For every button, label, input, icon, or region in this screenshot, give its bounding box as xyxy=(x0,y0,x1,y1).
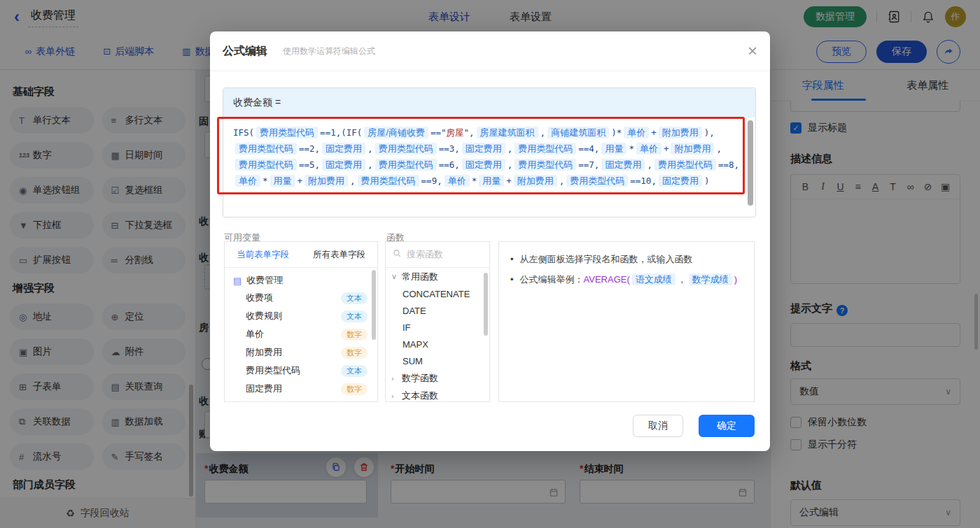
field-token[interactable]: 商铺建筑面积 xyxy=(547,127,609,138)
example-comma: ， xyxy=(678,274,687,285)
field-token[interactable]: 单价 xyxy=(636,143,662,155)
variable-row[interactable]: 费用类型代码文本 xyxy=(225,362,377,380)
variable-type-badge: 数字 xyxy=(341,347,368,359)
close-icon[interactable]: × xyxy=(748,44,757,58)
field-token[interactable]: 固定费用 xyxy=(322,143,365,155)
code-token: ), xyxy=(704,127,715,138)
formula-editor-box[interactable]: 收费金额 = IFS(费用类型代码==1,(IF(房屋/商铺收费=="房屋",房… xyxy=(223,87,756,217)
code-token: , xyxy=(507,143,513,154)
field-token[interactable]: 费用类型代码 xyxy=(566,175,628,187)
field-token[interactable]: 费用类型代码 xyxy=(256,127,318,138)
bullet-icon: • xyxy=(510,252,514,266)
search-placeholder: 搜索函数 xyxy=(407,248,443,261)
variable-row[interactable]: 单价数字 xyxy=(225,325,377,343)
field-token[interactable]: 用量 xyxy=(601,143,626,155)
code-token: + xyxy=(651,127,657,138)
variable-type-badge: 文本 xyxy=(341,292,368,304)
field-token[interactable]: 房屋/商铺收费 xyxy=(364,127,428,138)
function-item[interactable]: CONCATENATE xyxy=(386,285,489,302)
function-item[interactable]: MAPX xyxy=(386,336,489,352)
variable-type-badge: 文本 xyxy=(341,365,368,377)
functions-panel: 搜索函数 ∨常用函数CONCATENATEDATEIFMAPXSUM›数学函数›… xyxy=(385,241,490,402)
field-token[interactable]: 单价 xyxy=(444,175,470,187)
field-token[interactable]: 固定费用 xyxy=(659,175,702,187)
field-token[interactable]: 费用类型代码 xyxy=(514,143,576,155)
field-token[interactable]: 费用类型代码 xyxy=(654,159,716,171)
field-token[interactable]: 附加费用 xyxy=(659,127,702,138)
variables-scrollbar[interactable] xyxy=(372,270,376,340)
modal-subtitle: 使用数学运算符编辑公式 xyxy=(283,45,375,57)
function-group[interactable]: ›文本函数 xyxy=(386,387,489,402)
code-token: ==3, xyxy=(439,143,460,154)
function-group-label: 常用函数 xyxy=(402,271,438,283)
code-token: , xyxy=(647,159,652,170)
code-token: , xyxy=(368,159,373,170)
field-token[interactable]: 附加费用 xyxy=(304,175,348,187)
variable-type-badge: 数字 xyxy=(341,329,368,341)
formula-lines[interactable]: IFS(费用类型代码==1,(IF(房屋/商铺收费=="房屋",房屋建筑面积,商… xyxy=(223,117,755,189)
tab-current-form-fields[interactable]: 当前表单字段 xyxy=(225,242,301,267)
code-token: * xyxy=(262,176,268,186)
field-token[interactable]: 费用类型代码 xyxy=(375,159,437,171)
field-token[interactable]: 附加费用 xyxy=(514,175,557,187)
function-group[interactable]: ∨常用函数 xyxy=(386,268,489,285)
variables-panel: 当前表单字段 所有表单字段 ▤ 收费管理 收费项文本收费规则文本单价数字附加费用… xyxy=(224,241,378,402)
field-token[interactable]: 单价 xyxy=(624,127,649,138)
example-close-paren: ) xyxy=(734,274,737,285)
formula-target: 收费金额 = xyxy=(223,88,755,117)
function-search-input[interactable]: 搜索函数 xyxy=(386,242,489,268)
variable-row[interactable]: 附加费用数字 xyxy=(225,343,377,362)
field-token[interactable]: 附加费用 xyxy=(671,143,714,155)
field-token[interactable]: 费用类型代码 xyxy=(514,159,576,171)
function-item[interactable]: DATE xyxy=(386,302,489,319)
field-token[interactable]: 固定费用 xyxy=(322,159,365,171)
tab-all-form-fields[interactable]: 所有表单字段 xyxy=(301,242,377,267)
field-token[interactable]: 房屋建筑面积 xyxy=(477,127,538,138)
variable-name: 单价 xyxy=(246,328,264,341)
field-token[interactable]: 单价 xyxy=(235,175,260,187)
code-token: ==4, xyxy=(578,143,599,154)
variable-row[interactable]: 收费项文本 xyxy=(225,289,377,307)
code-token: ==6, xyxy=(439,159,460,170)
variable-name: 收费项 xyxy=(246,292,273,304)
variable-row[interactable]: 固定费用数字 xyxy=(225,380,377,398)
form-doc-icon: ▤ xyxy=(233,276,241,286)
function-group-label: 数学函数 xyxy=(402,372,438,385)
function-item[interactable]: IF xyxy=(386,319,489,336)
function-group-label: 文本函数 xyxy=(402,390,438,402)
field-token: 语文成绩 xyxy=(632,273,676,285)
field-token[interactable]: 用量 xyxy=(479,175,504,187)
confirm-button[interactable]: 确定 xyxy=(699,415,755,437)
variable-list: 收费项文本收费规则文本单价数字附加费用数字费用类型代码文本固定费用数字 xyxy=(225,289,377,398)
code-token: ==10, xyxy=(630,176,657,186)
code-token: + xyxy=(664,143,669,154)
code-token: ==5, xyxy=(299,159,320,170)
variables-root[interactable]: ▤ 收费管理 xyxy=(225,268,377,289)
field-token[interactable]: 费用类型代码 xyxy=(358,175,419,187)
code-token: , xyxy=(540,127,546,138)
field-token[interactable]: 费用类型代码 xyxy=(235,159,297,171)
field-token[interactable]: 费用类型代码 xyxy=(375,143,437,155)
cancel-button[interactable]: 取消 xyxy=(633,415,683,437)
field-token[interactable]: 用量 xyxy=(270,175,295,187)
code-token: ==1,(IF( xyxy=(320,127,362,138)
chevron-right-icon: › xyxy=(391,374,398,383)
function-tree: ∨常用函数CONCATENATEDATEIFMAPXSUM›数学函数›文本函数 xyxy=(386,268,489,402)
field-token[interactable]: 费用类型代码 xyxy=(235,143,297,155)
field-token: 数学成绩 xyxy=(689,273,732,285)
variable-row[interactable]: 收费规则文本 xyxy=(225,307,377,325)
hints-panel: • 从左侧面板选择字段名和函数，或输入函数 • 公式编辑举例：AVERAGE(语… xyxy=(498,241,755,402)
field-token[interactable]: 固定费用 xyxy=(462,159,505,171)
formula-scrollbar[interactable] xyxy=(748,120,753,206)
variable-name: 固定费用 xyxy=(246,383,282,395)
function-item[interactable]: SUM xyxy=(386,352,489,369)
functions-scrollbar[interactable] xyxy=(484,273,488,336)
code-token: ==2, xyxy=(299,143,320,154)
code-token: ==" xyxy=(430,127,447,138)
formula-line: 单价*用量+附加费用,费用类型代码==9,单价*用量+附加费用,费用类型代码==… xyxy=(233,173,746,189)
field-token[interactable]: 固定费用 xyxy=(462,143,505,155)
function-group[interactable]: ›数学函数 xyxy=(386,369,489,387)
field-token[interactable]: 固定费用 xyxy=(601,159,645,171)
string-token: 房屋 xyxy=(447,127,464,138)
hint-line-2: 公式编辑举例：AVERAGE(语文成绩，数学成绩) xyxy=(520,272,738,287)
